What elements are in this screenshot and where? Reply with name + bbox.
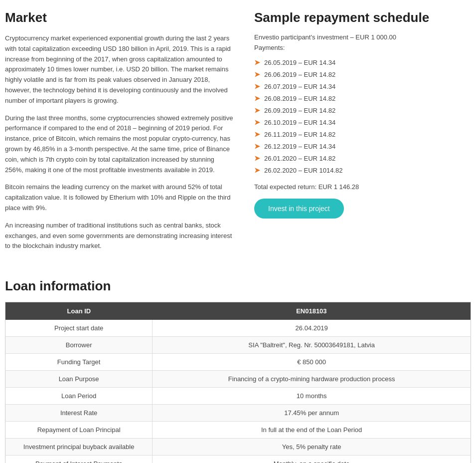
market-para-1: Cryptocurrency market experienced expone… — [5, 33, 234, 106]
loan-row-label: Funding Target — [5, 354, 153, 371]
market-para-3: Bitcoin remains the leading currency on … — [5, 182, 234, 213]
chevron-icon: ➤ — [254, 154, 260, 162]
loan-row-label: Loan Purpose — [5, 371, 153, 388]
market-para-2: During the last three months, some crypt… — [5, 113, 234, 176]
loan-row-label: Repayment of Loan Principal — [5, 422, 153, 439]
payment-item-5: ➤26.10.2019 – EUR 14.34 — [254, 118, 471, 126]
loan-row-value: € 850 000 — [153, 354, 471, 371]
chevron-icon: ➤ — [254, 106, 260, 114]
chevron-icon: ➤ — [254, 142, 260, 150]
loan-table-row: Loan Period10 months — [5, 388, 471, 405]
payment-item-3: ➤26.08.2019 – EUR 14.82 — [254, 94, 471, 102]
loan-row-label: Interest Rate — [5, 405, 153, 422]
loan-table-row: Loan PurposeFinancing of a crypto-mining… — [5, 371, 471, 388]
loan-row-label: Loan Period — [5, 388, 153, 405]
loan-table: Loan ID EN018103 Project start date26.04… — [5, 302, 471, 463]
loan-row-value: Yes, 5% penalty rate — [153, 439, 471, 456]
invest-button[interactable]: Invest in this project — [254, 199, 344, 219]
loan-row-label: Project start date — [5, 320, 153, 337]
payment-list: ➤26.05.2019 – EUR 14.34➤26.06.2019 – EUR… — [254, 58, 471, 174]
loan-row-label: Borrower — [5, 337, 153, 354]
chevron-icon: ➤ — [254, 70, 260, 78]
payments-label: Payments: — [254, 44, 471, 51]
loan-row-value: In full at the end of the Loan Period — [153, 422, 471, 439]
loan-row-value: 17.45% per annum — [153, 405, 471, 422]
loan-table-row: Project start date26.04.2019 — [5, 320, 471, 337]
loan-table-header-value: EN018103 — [153, 302, 471, 320]
chevron-icon: ➤ — [254, 94, 260, 102]
loan-row-label: Payment of Interest Payments — [5, 456, 153, 463]
market-para-4: An increasing number of traditional inst… — [5, 221, 234, 251]
loan-row-value: Financing of a crypto-mining hardware pr… — [153, 371, 471, 388]
chevron-icon: ➤ — [254, 58, 260, 66]
payment-item-1: ➤26.06.2019 – EUR 14.82 — [254, 70, 471, 78]
loan-title: Loan information — [5, 278, 471, 294]
payment-item-9: ➤26.02.2020 – EUR 1014.82 — [254, 166, 471, 174]
market-section: Market Cryptocurrency market experienced… — [5, 10, 234, 258]
repayment-title: Sample repayment schedule — [254, 10, 471, 25]
total-return: Total expected return: EUR 1 146.28 — [254, 183, 471, 191]
payment-item-2: ➤26.07.2019 – EUR 14.34 — [254, 82, 471, 90]
market-title: Market — [5, 10, 234, 25]
investment-info: Envestio participant's investment – EUR … — [254, 33, 471, 41]
chevron-icon: ➤ — [254, 82, 260, 90]
loan-table-row: Repayment of Loan PrincipalIn full at th… — [5, 422, 471, 439]
chevron-icon: ➤ — [254, 166, 260, 174]
payment-item-0: ➤26.05.2019 – EUR 14.34 — [254, 58, 471, 66]
payment-item-4: ➤26.09.2019 – EUR 14.82 — [254, 106, 471, 114]
payment-item-8: ➤26.01.2020 – EUR 14.82 — [254, 154, 471, 162]
chevron-icon: ➤ — [254, 118, 260, 126]
loan-table-row: Investment principal buyback availableYe… — [5, 439, 471, 456]
loan-row-value: Monthly, on a specific date — [153, 456, 471, 463]
loan-table-header-label: Loan ID — [5, 302, 153, 320]
loan-row-value: 10 months — [153, 388, 471, 405]
loan-section: Loan information Loan ID EN018103 Projec… — [0, 273, 476, 463]
loan-row-value: SIA "Baltreit", Reg. Nr. 50003649181, La… — [153, 337, 471, 354]
loan-table-row: Payment of Interest PaymentsMonthly, on … — [5, 456, 471, 463]
chevron-icon: ➤ — [254, 130, 260, 138]
loan-table-row: Funding Target€ 850 000 — [5, 354, 471, 371]
loan-row-label: Investment principal buyback available — [5, 439, 153, 456]
payment-item-7: ➤26.12.2019 – EUR 14.34 — [254, 142, 471, 150]
payment-item-6: ➤26.11.2019 – EUR 14.82 — [254, 130, 471, 138]
loan-row-value: 26.04.2019 — [153, 320, 471, 337]
repayment-section: Sample repayment schedule Envestio parti… — [254, 10, 471, 258]
loan-table-row: BorrowerSIA "Baltreit", Reg. Nr. 5000364… — [5, 337, 471, 354]
loan-table-row: Interest Rate17.45% per annum — [5, 405, 471, 422]
